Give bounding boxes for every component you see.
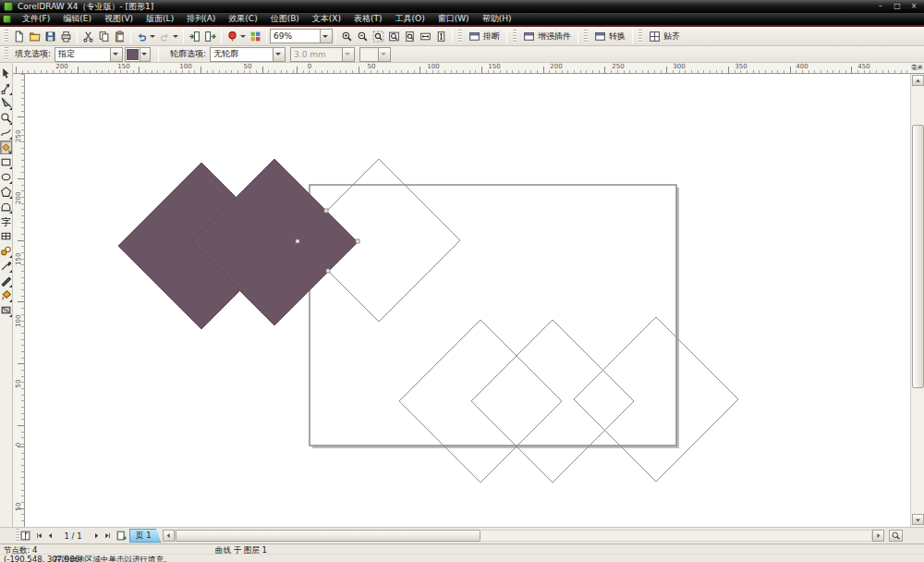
page-tab[interactable]: 页 1 bbox=[129, 529, 162, 543]
new-document-button[interactable] bbox=[11, 29, 27, 44]
dropdown-arrow-icon[interactable] bbox=[240, 35, 246, 38]
menu-item-view[interactable]: 视图(V) bbox=[98, 13, 140, 25]
interactive-fill-tool[interactable] bbox=[0, 303, 12, 317]
zoom-tool[interactable] bbox=[0, 111, 12, 125]
plugin-button-增强插件[interactable]: 增强插件 bbox=[519, 31, 575, 43]
menu-item-tools[interactable]: 工具(O) bbox=[389, 13, 432, 25]
freehand-tool[interactable] bbox=[0, 126, 12, 140]
eyedropper-tool[interactable] bbox=[0, 259, 12, 273]
zoom-all-button[interactable] bbox=[386, 29, 402, 44]
rectangle-tool[interactable] bbox=[0, 155, 12, 169]
welcome-screen-button[interactable] bbox=[225, 29, 240, 44]
dropdown-arrow-icon[interactable] bbox=[173, 35, 178, 38]
redo-button[interactable] bbox=[157, 29, 173, 44]
export-button[interactable] bbox=[202, 29, 218, 44]
vertical-scroll-thumb[interactable] bbox=[912, 125, 924, 388]
outline-mode-dropdown[interactable] bbox=[273, 48, 285, 61]
menu-item-arrange[interactable]: 排列(A) bbox=[180, 13, 222, 25]
ellipse-tool[interactable] bbox=[0, 170, 12, 184]
new-document-icon bbox=[13, 31, 25, 43]
scroll-left-button[interactable] bbox=[163, 530, 175, 542]
undo-button[interactable] bbox=[134, 29, 150, 44]
last-page-button[interactable] bbox=[102, 529, 113, 543]
plugin-button-贴齐[interactable]: 贴齐 bbox=[645, 31, 684, 43]
add-page-button[interactable] bbox=[115, 529, 128, 543]
open-button[interactable] bbox=[27, 29, 43, 44]
maximize-button[interactable]: □ bbox=[891, 1, 904, 12]
cut-button[interactable] bbox=[80, 29, 96, 44]
import-icon bbox=[188, 31, 201, 43]
app-launcher-button[interactable] bbox=[248, 29, 263, 44]
canvas-shapes bbox=[25, 74, 910, 527]
menu-item-bitmaps[interactable]: 位图(B) bbox=[264, 13, 306, 25]
import-button[interactable] bbox=[187, 29, 202, 44]
zoom-in-button[interactable] bbox=[339, 29, 355, 44]
zoom-height-button[interactable] bbox=[433, 29, 449, 44]
zoom-out-button[interactable] bbox=[355, 29, 371, 44]
menu-item-table[interactable]: 表格(T) bbox=[347, 13, 389, 25]
toolbar-grip[interactable] bbox=[513, 30, 517, 43]
zoom-page-button[interactable] bbox=[402, 29, 418, 44]
print-button[interactable] bbox=[58, 29, 74, 44]
menu-item-layout[interactable]: 版面(L) bbox=[140, 13, 180, 25]
text-tool[interactable]: 字 bbox=[0, 214, 12, 228]
save-button[interactable] bbox=[43, 29, 58, 44]
blend-tool[interactable] bbox=[0, 244, 12, 258]
dropdown-arrow-icon[interactable] bbox=[150, 35, 155, 38]
vertical-scrollbar[interactable] bbox=[910, 74, 924, 527]
node-marker bbox=[324, 209, 328, 213]
menu-item-text[interactable]: 文本(X) bbox=[306, 13, 347, 25]
fill-color-dropdown[interactable] bbox=[140, 48, 150, 61]
menu-item-edit[interactable]: 编辑(E) bbox=[56, 13, 98, 25]
fill-color-button[interactable] bbox=[125, 47, 151, 62]
toolbar-grip[interactable] bbox=[5, 30, 8, 43]
toolbar-grip[interactable] bbox=[638, 30, 642, 43]
minimize-button[interactable]: – bbox=[874, 1, 887, 12]
shape-tool[interactable] bbox=[0, 81, 12, 95]
flip-page-button[interactable] bbox=[18, 529, 31, 543]
paste-button[interactable] bbox=[112, 29, 128, 44]
plugin-button-label: 增强插件 bbox=[538, 31, 571, 43]
fill-tool[interactable] bbox=[0, 288, 12, 302]
page-outline[interactable] bbox=[310, 185, 676, 446]
smart-fill-tool[interactable] bbox=[0, 140, 12, 154]
menu-item-effects[interactable]: 效果(C) bbox=[222, 13, 263, 25]
horizontal-scroll-thumb[interactable] bbox=[176, 530, 480, 542]
outline-options-label: 轮廓选项: bbox=[170, 48, 206, 60]
horizontal-ruler[interactable]: 20015010050050100150200250300350400450 bbox=[13, 63, 910, 74]
object-info-status: 曲线 于 图层 1 bbox=[215, 545, 267, 556]
scroll-right-button[interactable] bbox=[872, 530, 884, 542]
vertical-ruler[interactable]: 25020015010050050 bbox=[13, 74, 25, 527]
zoom-level-combobox[interactable]: 69% bbox=[270, 29, 333, 43]
plugin-button-转换[interactable]: 转换 bbox=[590, 31, 629, 43]
print-icon bbox=[60, 31, 72, 43]
basic-shapes-tool[interactable] bbox=[0, 200, 12, 214]
close-button[interactable]: × bbox=[907, 1, 920, 12]
menu-item-help[interactable]: 帮助(H) bbox=[476, 13, 518, 25]
fill-mode-combobox[interactable]: 指定 bbox=[55, 47, 123, 62]
scroll-up-button[interactable] bbox=[912, 75, 924, 86]
zoom-level-dropdown[interactable] bbox=[320, 30, 332, 43]
copy-button[interactable] bbox=[96, 29, 112, 44]
scroll-down-button[interactable] bbox=[912, 514, 924, 525]
outline-mode-combobox[interactable]: 无轮廓 bbox=[210, 47, 286, 62]
polygon-tool[interactable] bbox=[0, 185, 12, 199]
toolbar-grip[interactable] bbox=[5, 47, 8, 61]
toolbar-grip[interactable] bbox=[584, 30, 588, 43]
menu-item-file[interactable]: 文件(F) bbox=[16, 13, 56, 25]
fill-mode-dropdown[interactable] bbox=[110, 48, 122, 61]
table-tool[interactable] bbox=[0, 229, 12, 243]
canvas[interactable] bbox=[25, 74, 910, 527]
outline-tool[interactable] bbox=[0, 274, 12, 287]
previous-page-button[interactable] bbox=[44, 529, 55, 543]
next-page-button[interactable] bbox=[91, 529, 102, 543]
zoom-selected-button[interactable] bbox=[371, 29, 386, 44]
menu-item-window[interactable]: 窗口(W) bbox=[432, 13, 476, 25]
plugin-button-排断[interactable]: 排断 bbox=[465, 31, 504, 43]
toolbar-grip[interactable] bbox=[458, 30, 462, 43]
navigator-button[interactable] bbox=[889, 530, 903, 542]
pick-tool[interactable] bbox=[0, 67, 12, 80]
first-page-button[interactable] bbox=[33, 529, 44, 543]
zoom-width-button[interactable] bbox=[418, 29, 433, 44]
crop-tool[interactable] bbox=[0, 96, 12, 110]
